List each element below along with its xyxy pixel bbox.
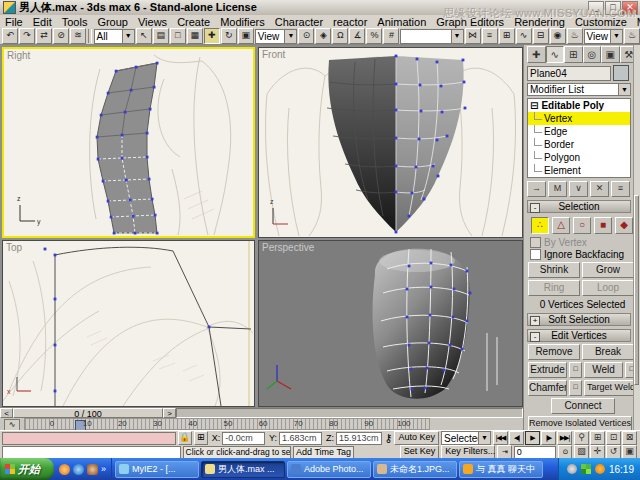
taskbar-item[interactable]: 男人体.max ... (201, 461, 285, 478)
tab-display[interactable]: ▣ (601, 46, 620, 63)
select-object-icon[interactable]: ↖ (136, 28, 152, 44)
percent-snap-icon[interactable]: % (366, 28, 382, 44)
next-frame-button[interactable]: |▶ (541, 431, 556, 445)
layer-manager-icon[interactable]: ⊞ (499, 28, 515, 44)
select-manipulate-icon[interactable]: ◈ (315, 28, 331, 44)
prev-frame-button[interactable]: ◀| (509, 431, 524, 445)
ref-coord-dropdown[interactable]: View ▼ (255, 29, 298, 44)
quick-render-icon[interactable]: ♨ (624, 28, 640, 44)
edit-vertices-rollout-header[interactable]: - Edit Vertices (527, 329, 631, 342)
tab-motion[interactable]: ◎ (583, 46, 602, 63)
panel-scrollbar[interactable] (633, 45, 640, 430)
zoom-extents-all-icon[interactable]: ⊠ (622, 431, 637, 445)
add-time-tag[interactable]: Add Time Tag (293, 446, 354, 459)
configure-modifier-sets-button[interactable]: ≡ (611, 181, 630, 197)
select-move-icon[interactable]: ✚ (204, 28, 220, 44)
menu-item[interactable]: Views (133, 16, 172, 28)
target-weld-button[interactable]: Target Weld (584, 380, 638, 396)
stack-root-item[interactable]: ⊟ Editable Poly (528, 99, 630, 112)
select-by-name-icon[interactable]: ▤ (153, 28, 169, 44)
border-mode-icon[interactable]: ○ (573, 217, 591, 234)
zoom-all-icon[interactable]: ⊞ (590, 431, 605, 445)
scrollbar-thumb[interactable] (634, 195, 639, 385)
snap-3d-icon[interactable]: Ω (332, 28, 348, 44)
viewport-label[interactable]: Front (262, 49, 285, 60)
menu-item[interactable]: File (0, 16, 28, 28)
viewport-perspective[interactable]: Perspective (258, 240, 523, 407)
selection-lock-icon[interactable]: 🔒 (178, 431, 192, 445)
zoom-icon[interactable]: ⚲ (574, 431, 589, 445)
modifier-list-dropdown[interactable]: Modifier List ▼ (527, 83, 631, 96)
current-frame-field[interactable]: 0 (514, 446, 556, 459)
y-coordinate-field[interactable]: 1.683cm (279, 432, 322, 445)
extrude-button[interactable]: Extrude (528, 362, 567, 378)
auto-key-button[interactable]: Auto Key (394, 431, 439, 445)
menu-item[interactable]: Character (270, 16, 328, 28)
element-mode-icon[interactable]: ◆ (615, 217, 633, 234)
chamfer-settings-button[interactable]: □ (569, 380, 582, 396)
align-icon[interactable]: ≡ (482, 28, 498, 44)
collapse-icon[interactable]: ⊟ (530, 100, 538, 111)
extrude-settings-button[interactable]: □ (569, 362, 582, 378)
start-button[interactable]: 开始 (0, 458, 54, 480)
tab-create[interactable]: ✚ (527, 46, 546, 63)
soft-selection-rollout-header[interactable]: + Soft Selection (527, 313, 631, 326)
goto-end-button[interactable]: ▶▶| (557, 431, 572, 445)
menu-item[interactable]: Edit (28, 16, 57, 28)
tray-app-icon[interactable] (581, 464, 591, 474)
chamfer-button[interactable]: Chamfer (528, 380, 567, 396)
tab-modify[interactable]: ∿ (546, 46, 565, 63)
absolute-mode-icon[interactable]: ⊞ (194, 431, 208, 445)
key-selected-dropdown[interactable]: Selected ▼ (441, 431, 491, 445)
tray-qq-icon[interactable] (595, 464, 605, 474)
play-button[interactable]: ▶ (525, 431, 540, 445)
stack-subobject-item[interactable]: Element (528, 164, 630, 177)
taskbar-item[interactable]: Adobe Photo... (287, 461, 371, 478)
key-mode-toggle-icon[interactable]: ⇥ (497, 445, 511, 459)
connect-button[interactable]: Connect (551, 398, 615, 414)
menu-item[interactable]: Group (92, 16, 133, 28)
viewport-top[interactable]: Top (2, 240, 255, 407)
region-zoom-icon[interactable]: ▧ (574, 445, 589, 459)
material-editor-icon[interactable]: ◉ (550, 28, 566, 44)
maxscript-listener-field[interactable] (2, 432, 176, 445)
arc-rotate-icon[interactable]: ↺ (606, 445, 621, 459)
schematic-view-icon[interactable]: ⊟ (533, 28, 549, 44)
ignore-backfacing-checkbox-row[interactable]: Ignore Backfacing (530, 248, 638, 260)
tab-hierarchy[interactable]: ⊞ (564, 46, 583, 63)
viewport-front[interactable]: Front (258, 47, 523, 238)
polygon-mode-icon[interactable]: ■ (594, 217, 612, 234)
set-key-button[interactable]: Set Key (400, 445, 440, 459)
quick-launch-more-icon[interactable]: » (101, 464, 106, 474)
checkbox[interactable] (530, 249, 541, 260)
checkbox[interactable] (530, 237, 541, 248)
viewport-label[interactable]: Top (6, 242, 22, 253)
by-vertex-checkbox-row[interactable]: By Vertex (530, 236, 638, 248)
mirror-icon[interactable]: ⋈ (465, 28, 481, 44)
rect-region-icon[interactable]: □ (170, 28, 186, 44)
maxscript-listener-input[interactable] (2, 446, 181, 459)
key-filters-button[interactable]: Key Filters... (441, 445, 495, 459)
quick-launch-icon[interactable] (87, 464, 98, 475)
stack-subobject-item[interactable]: Edge (528, 125, 630, 138)
taskbar-item[interactable]: MyIE2 - [... (115, 461, 199, 478)
quick-launch-icon[interactable] (73, 464, 84, 475)
min-max-toggle-icon[interactable]: ▣ (622, 445, 637, 459)
weld-button[interactable]: Weld (584, 362, 623, 378)
use-pivot-icon[interactable]: ⊙ (298, 28, 314, 44)
spinner-snap-icon[interactable]: # (383, 28, 399, 44)
render-type-dropdown[interactable]: View ▼ (584, 29, 624, 44)
named-selection-dropdown[interactable]: ▼ (400, 29, 463, 44)
ring-button[interactable]: Ring (528, 280, 580, 296)
window-crossing-icon[interactable]: ▦ (187, 28, 203, 44)
object-name-field[interactable]: Plane04 (527, 66, 611, 81)
time-slider-handle[interactable]: 0 / 100 (13, 408, 163, 418)
menu-item[interactable]: Tools (57, 16, 93, 28)
select-scale-icon[interactable]: ▣ (238, 28, 254, 44)
remove-modifier-button[interactable]: ✕ (590, 181, 609, 197)
time-slider-prev-button[interactable]: < (0, 408, 13, 418)
pan-icon[interactable]: ✛ (590, 445, 605, 459)
stack-subobject-item[interactable]: Polygon (528, 151, 630, 164)
menu-item[interactable]: Animation (372, 16, 431, 28)
unlink-icon[interactable]: ⊘ (53, 28, 69, 44)
